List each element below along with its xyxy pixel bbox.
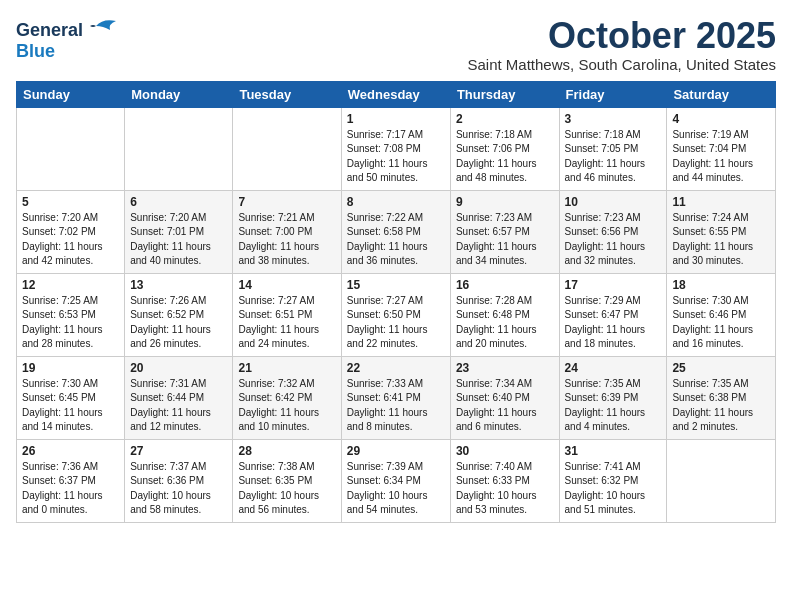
- table-row: 23Sunrise: 7:34 AMSunset: 6:40 PMDayligh…: [450, 356, 559, 439]
- day-number: 10: [565, 195, 662, 209]
- day-number: 4: [672, 112, 770, 126]
- day-number: 19: [22, 361, 119, 375]
- cell-content: Sunrise: 7:39 AMSunset: 6:34 PMDaylight:…: [347, 460, 445, 518]
- table-row: 8Sunrise: 7:22 AMSunset: 6:58 PMDaylight…: [341, 190, 450, 273]
- cell-content: Sunrise: 7:30 AMSunset: 6:45 PMDaylight:…: [22, 377, 119, 435]
- cell-content: Sunrise: 7:17 AMSunset: 7:08 PMDaylight:…: [347, 128, 445, 186]
- table-row: 16Sunrise: 7:28 AMSunset: 6:48 PMDayligh…: [450, 273, 559, 356]
- cell-content: Sunrise: 7:18 AMSunset: 7:05 PMDaylight:…: [565, 128, 662, 186]
- day-number: 31: [565, 444, 662, 458]
- col-sunday: Sunday: [17, 81, 125, 107]
- day-number: 16: [456, 278, 554, 292]
- day-number: 27: [130, 444, 227, 458]
- table-row: [125, 107, 233, 190]
- location-title: Saint Matthews, South Carolina, United S…: [468, 56, 777, 73]
- table-row: [17, 107, 125, 190]
- table-row: 22Sunrise: 7:33 AMSunset: 6:41 PMDayligh…: [341, 356, 450, 439]
- day-number: 9: [456, 195, 554, 209]
- day-number: 24: [565, 361, 662, 375]
- calendar-week-1: 1Sunrise: 7:17 AMSunset: 7:08 PMDaylight…: [17, 107, 776, 190]
- table-row: 3Sunrise: 7:18 AMSunset: 7:05 PMDaylight…: [559, 107, 667, 190]
- table-row: 26Sunrise: 7:36 AMSunset: 6:37 PMDayligh…: [17, 439, 125, 522]
- table-row: 31Sunrise: 7:41 AMSunset: 6:32 PMDayligh…: [559, 439, 667, 522]
- calendar-week-2: 5Sunrise: 7:20 AMSunset: 7:02 PMDaylight…: [17, 190, 776, 273]
- cell-content: Sunrise: 7:23 AMSunset: 6:56 PMDaylight:…: [565, 211, 662, 269]
- cell-content: Sunrise: 7:19 AMSunset: 7:04 PMDaylight:…: [672, 128, 770, 186]
- calendar-week-5: 26Sunrise: 7:36 AMSunset: 6:37 PMDayligh…: [17, 439, 776, 522]
- col-monday: Monday: [125, 81, 233, 107]
- day-number: 1: [347, 112, 445, 126]
- table-row: 11Sunrise: 7:24 AMSunset: 6:55 PMDayligh…: [667, 190, 776, 273]
- day-number: 25: [672, 361, 770, 375]
- cell-content: Sunrise: 7:25 AMSunset: 6:53 PMDaylight:…: [22, 294, 119, 352]
- logo-bird-icon: [88, 16, 118, 36]
- day-number: 13: [130, 278, 227, 292]
- calendar-header-row: Sunday Monday Tuesday Wednesday Thursday…: [17, 81, 776, 107]
- day-number: 15: [347, 278, 445, 292]
- day-number: 23: [456, 361, 554, 375]
- table-row: 12Sunrise: 7:25 AMSunset: 6:53 PMDayligh…: [17, 273, 125, 356]
- day-number: 8: [347, 195, 445, 209]
- cell-content: Sunrise: 7:24 AMSunset: 6:55 PMDaylight:…: [672, 211, 770, 269]
- cell-content: Sunrise: 7:33 AMSunset: 6:41 PMDaylight:…: [347, 377, 445, 435]
- table-row: 13Sunrise: 7:26 AMSunset: 6:52 PMDayligh…: [125, 273, 233, 356]
- table-row: 24Sunrise: 7:35 AMSunset: 6:39 PMDayligh…: [559, 356, 667, 439]
- table-row: 20Sunrise: 7:31 AMSunset: 6:44 PMDayligh…: [125, 356, 233, 439]
- day-number: 7: [238, 195, 335, 209]
- table-row: 1Sunrise: 7:17 AMSunset: 7:08 PMDaylight…: [341, 107, 450, 190]
- day-number: 20: [130, 361, 227, 375]
- month-title: October 2025: [468, 16, 777, 56]
- cell-content: Sunrise: 7:32 AMSunset: 6:42 PMDaylight:…: [238, 377, 335, 435]
- cell-content: Sunrise: 7:37 AMSunset: 6:36 PMDaylight:…: [130, 460, 227, 518]
- table-row: [233, 107, 341, 190]
- day-number: 28: [238, 444, 335, 458]
- table-row: 5Sunrise: 7:20 AMSunset: 7:02 PMDaylight…: [17, 190, 125, 273]
- day-number: 21: [238, 361, 335, 375]
- cell-content: Sunrise: 7:18 AMSunset: 7:06 PMDaylight:…: [456, 128, 554, 186]
- cell-content: Sunrise: 7:40 AMSunset: 6:33 PMDaylight:…: [456, 460, 554, 518]
- table-row: 4Sunrise: 7:19 AMSunset: 7:04 PMDaylight…: [667, 107, 776, 190]
- col-wednesday: Wednesday: [341, 81, 450, 107]
- cell-content: Sunrise: 7:29 AMSunset: 6:47 PMDaylight:…: [565, 294, 662, 352]
- cell-content: Sunrise: 7:23 AMSunset: 6:57 PMDaylight:…: [456, 211, 554, 269]
- table-row: 27Sunrise: 7:37 AMSunset: 6:36 PMDayligh…: [125, 439, 233, 522]
- table-row: 19Sunrise: 7:30 AMSunset: 6:45 PMDayligh…: [17, 356, 125, 439]
- cell-content: Sunrise: 7:22 AMSunset: 6:58 PMDaylight:…: [347, 211, 445, 269]
- cell-content: Sunrise: 7:20 AMSunset: 7:02 PMDaylight:…: [22, 211, 119, 269]
- col-saturday: Saturday: [667, 81, 776, 107]
- day-number: 3: [565, 112, 662, 126]
- title-block: October 2025 Saint Matthews, South Carol…: [468, 16, 777, 73]
- cell-content: Sunrise: 7:36 AMSunset: 6:37 PMDaylight:…: [22, 460, 119, 518]
- day-number: 30: [456, 444, 554, 458]
- day-number: 26: [22, 444, 119, 458]
- cell-content: Sunrise: 7:38 AMSunset: 6:35 PMDaylight:…: [238, 460, 335, 518]
- cell-content: Sunrise: 7:35 AMSunset: 6:38 PMDaylight:…: [672, 377, 770, 435]
- logo: General Blue: [16, 16, 118, 62]
- table-row: 17Sunrise: 7:29 AMSunset: 6:47 PMDayligh…: [559, 273, 667, 356]
- table-row: 28Sunrise: 7:38 AMSunset: 6:35 PMDayligh…: [233, 439, 341, 522]
- table-row: 18Sunrise: 7:30 AMSunset: 6:46 PMDayligh…: [667, 273, 776, 356]
- cell-content: Sunrise: 7:27 AMSunset: 6:51 PMDaylight:…: [238, 294, 335, 352]
- cell-content: Sunrise: 7:20 AMSunset: 7:01 PMDaylight:…: [130, 211, 227, 269]
- table-row: 7Sunrise: 7:21 AMSunset: 7:00 PMDaylight…: [233, 190, 341, 273]
- table-row: 6Sunrise: 7:20 AMSunset: 7:01 PMDaylight…: [125, 190, 233, 273]
- cell-content: Sunrise: 7:34 AMSunset: 6:40 PMDaylight:…: [456, 377, 554, 435]
- cell-content: Sunrise: 7:30 AMSunset: 6:46 PMDaylight:…: [672, 294, 770, 352]
- table-row: 2Sunrise: 7:18 AMSunset: 7:06 PMDaylight…: [450, 107, 559, 190]
- logo-blue: Blue: [16, 41, 55, 61]
- day-number: 22: [347, 361, 445, 375]
- calendar-week-4: 19Sunrise: 7:30 AMSunset: 6:45 PMDayligh…: [17, 356, 776, 439]
- cell-content: Sunrise: 7:27 AMSunset: 6:50 PMDaylight:…: [347, 294, 445, 352]
- table-row: 15Sunrise: 7:27 AMSunset: 6:50 PMDayligh…: [341, 273, 450, 356]
- day-number: 6: [130, 195, 227, 209]
- table-row: [667, 439, 776, 522]
- day-number: 17: [565, 278, 662, 292]
- col-friday: Friday: [559, 81, 667, 107]
- cell-content: Sunrise: 7:21 AMSunset: 7:00 PMDaylight:…: [238, 211, 335, 269]
- calendar-table: Sunday Monday Tuesday Wednesday Thursday…: [16, 81, 776, 523]
- day-number: 2: [456, 112, 554, 126]
- table-row: 25Sunrise: 7:35 AMSunset: 6:38 PMDayligh…: [667, 356, 776, 439]
- logo-text: General: [16, 16, 118, 41]
- day-number: 29: [347, 444, 445, 458]
- table-row: 29Sunrise: 7:39 AMSunset: 6:34 PMDayligh…: [341, 439, 450, 522]
